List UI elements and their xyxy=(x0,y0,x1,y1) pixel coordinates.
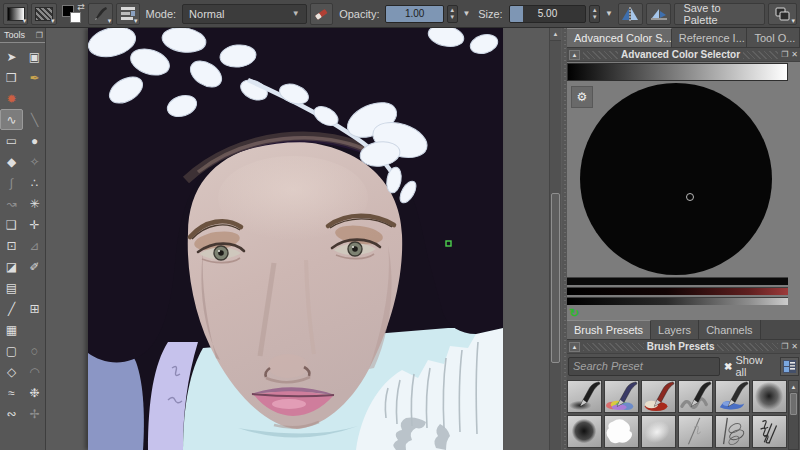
preset-scrollbar[interactable]: ▲ xyxy=(788,380,799,450)
text-tool[interactable]: ▣ xyxy=(23,46,46,67)
shade-bar-solid[interactable] xyxy=(567,277,788,285)
brush-preset-airbrush-round[interactable] xyxy=(567,415,602,448)
mirror-horizontal-button[interactable] xyxy=(618,3,643,25)
drag-handle[interactable] xyxy=(583,51,618,59)
polygon-select-tool[interactable]: ◇ xyxy=(0,361,23,382)
scrollbar-thumb[interactable] xyxy=(551,193,560,363)
chevron-down-icon[interactable]: ▼ xyxy=(603,9,615,18)
opacity-spinner[interactable]: ▲▼ xyxy=(447,5,458,23)
mirror-vertical-button[interactable] xyxy=(646,3,671,25)
brush-tip-button[interactable]: ▾ xyxy=(88,3,113,25)
outline-select-tool[interactable]: ◠ xyxy=(23,361,46,382)
refresh-icon[interactable]: ↻ xyxy=(569,306,579,320)
color-picker-tool[interactable]: ✐ xyxy=(23,256,46,277)
brush-preset-paint-splat-white[interactable] xyxy=(604,415,639,448)
shade-bar-gray[interactable] xyxy=(567,297,788,305)
fill-tool[interactable]: ◪ xyxy=(0,256,23,277)
tab-brush-presets[interactable]: Brush Presets xyxy=(567,320,651,339)
show-all-checkbox[interactable]: ✖ Show all xyxy=(724,354,776,378)
scrollbar-thumb[interactable] xyxy=(790,393,797,415)
size-spinner[interactable]: ▲▼ xyxy=(589,5,600,23)
ellipse-tool[interactable]: ● xyxy=(23,130,46,151)
close-docker-icon[interactable]: ✕ xyxy=(791,342,798,352)
transform-tool[interactable]: ⊡ xyxy=(0,235,23,256)
search-preset-input[interactable] xyxy=(568,357,720,376)
tools-docker-header[interactable]: Tools ❐ xyxy=(0,28,45,43)
background-color-swatch[interactable] xyxy=(70,12,81,23)
measure-tool[interactable]: ╱ xyxy=(0,298,23,319)
polygon-tool[interactable]: ◆ xyxy=(0,151,23,172)
tab-reference-images[interactable]: Reference I... xyxy=(672,28,748,47)
brush-preset-ballpoint-gray[interactable] xyxy=(678,380,713,413)
foreground-background-colors[interactable]: ⇄ xyxy=(60,3,85,25)
brush-preset-ink-pen-red[interactable] xyxy=(641,380,676,413)
tab-channels[interactable]: Channels xyxy=(699,320,760,339)
painting-document[interactable] xyxy=(88,28,503,450)
save-to-palette-button[interactable]: Save to Palette xyxy=(674,3,764,25)
assistants-tool[interactable]: ⊞ xyxy=(23,298,46,319)
shade-bar-red[interactable] xyxy=(567,287,788,295)
brush-preset-smudge-soft[interactable] xyxy=(641,415,676,448)
contiguous-select-tool[interactable]: ❉ xyxy=(23,382,46,403)
preset-view-mode-button[interactable] xyxy=(780,357,799,376)
brush-preset-ink-pen-soft[interactable] xyxy=(567,380,602,413)
ellipse-select-tool[interactable]: ◌ xyxy=(23,340,46,361)
line-tool[interactable]: ╲ xyxy=(23,109,46,130)
crop-tool[interactable]: ❑ xyxy=(0,214,23,235)
eraser-mode-button[interactable] xyxy=(310,3,333,25)
scroll-up-icon[interactable]: ▲ xyxy=(550,28,561,41)
drag-handle[interactable] xyxy=(717,343,778,351)
swap-colors-icon[interactable]: ⇄ xyxy=(77,2,85,12)
gradient-swatch[interactable]: ▾ xyxy=(3,3,28,25)
similar-select-tool[interactable]: ≈ xyxy=(0,382,23,403)
freehand-path-tool[interactable]: ∴ xyxy=(23,172,46,193)
brush-preset-pen-loops[interactable] xyxy=(715,415,750,448)
polyline-tool[interactable]: ✧ xyxy=(23,151,46,172)
dyna-brush-tool[interactable]: ↝ xyxy=(0,193,23,214)
calligraphy-tool[interactable]: ✒ xyxy=(23,67,46,88)
drag-handle[interactable] xyxy=(583,343,644,351)
workspace-chooser-button[interactable]: ▾ xyxy=(768,3,797,25)
close-docker-icon[interactable]: ✕ xyxy=(791,50,798,60)
freehand-brush-tool[interactable]: ∿ xyxy=(0,109,23,130)
chevron-down-icon[interactable]: ▼ xyxy=(461,9,473,18)
tab-layers[interactable]: Layers xyxy=(651,320,699,339)
magnetic-select-tool[interactable]: ✢ xyxy=(23,403,46,424)
tab-tool-options[interactable]: Tool O... xyxy=(747,28,800,47)
rectangle-tool[interactable]: ▭ xyxy=(0,130,23,151)
scroll-up-icon[interactable]: ▲ xyxy=(789,381,798,392)
float-docker-icon[interactable]: ❐ xyxy=(781,50,788,60)
brush-preset-ink-pen-rainbow[interactable] xyxy=(604,380,639,413)
collapse-docker-icon[interactable]: ▲ xyxy=(569,342,580,352)
brush-preset-pencil-thin[interactable] xyxy=(678,415,713,448)
size-slider[interactable]: 5.00 xyxy=(509,5,587,23)
float-docker-icon[interactable]: ❐ xyxy=(781,342,788,352)
lightness-gradient-strip[interactable] xyxy=(567,63,788,81)
brush-preset-ink-pen-blue[interactable] xyxy=(715,380,750,413)
pattern-swatch[interactable]: ▾ xyxy=(31,3,56,25)
rect-select-tool[interactable]: ▢ xyxy=(0,340,23,361)
opacity-slider[interactable]: 1.00 xyxy=(385,5,443,23)
selector-settings-button[interactable]: ⚙ xyxy=(571,86,593,108)
gradient-tool[interactable]: ▤ xyxy=(0,277,23,298)
pointer-tool[interactable]: ➤ xyxy=(0,46,23,67)
hue-saturation-wheel[interactable] xyxy=(580,83,772,275)
edit-shapes-tool[interactable]: ❒ xyxy=(0,67,23,88)
move-tool[interactable]: ✛ xyxy=(23,214,46,235)
pattern-edit-tool[interactable]: ✹ xyxy=(0,88,23,109)
multibrush-tool[interactable]: ✳ xyxy=(23,193,46,214)
canvas-vertical-scrollbar[interactable]: ▲ xyxy=(549,28,561,450)
blending-mode-button[interactable]: ▾ xyxy=(116,3,139,25)
bezier-curve-tool[interactable]: ∫ xyxy=(0,172,23,193)
tab-advanced-color-selector[interactable]: Advanced Color S... xyxy=(567,28,672,47)
mode-combobox[interactable]: Normal ▼ xyxy=(182,4,307,24)
canvas-area[interactable]: ▲ xyxy=(46,28,562,450)
brush-preset-hatching[interactable] xyxy=(752,415,787,448)
collapse-docker-icon[interactable]: ▲ xyxy=(569,50,580,60)
grid-tool[interactable]: ▦ xyxy=(0,319,23,340)
float-docker-icon[interactable]: ❐ xyxy=(36,31,43,40)
perspective-grid-tool[interactable]: ⊿ xyxy=(23,235,46,256)
path-select-tool[interactable]: ∾ xyxy=(0,403,23,424)
brush-preset-airbrush-soft[interactable] xyxy=(752,380,787,413)
drag-handle[interactable] xyxy=(743,51,778,59)
